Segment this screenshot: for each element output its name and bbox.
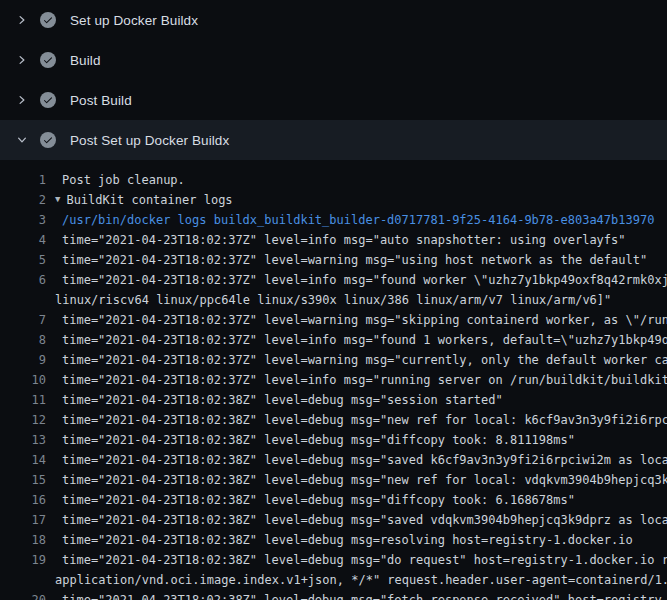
line-number[interactable]: 5 <box>0 250 46 270</box>
line-number[interactable]: 6 <box>0 270 46 290</box>
log-line: linux/riscv64 linux/ppc64le linux/s390x … <box>0 290 667 310</box>
log-text: time="2021-04-23T18:02:38Z" level=debug … <box>62 550 667 570</box>
step-label: Set up Docker Buildx <box>70 13 198 28</box>
log-line: 15time="2021-04-23T18:02:38Z" level=debu… <box>0 470 667 490</box>
chevron-right-icon <box>14 52 30 68</box>
log-line: 5time="2021-04-23T18:02:37Z" level=warni… <box>0 250 667 270</box>
line-number[interactable]: 13 <box>0 430 46 450</box>
step-header-post-build[interactable]: Post Build <box>0 80 667 120</box>
step-label: Post Build <box>70 93 132 108</box>
log-text: time="2021-04-23T18:02:37Z" level=info m… <box>62 230 626 250</box>
log-line: 10time="2021-04-23T18:02:37Z" level=info… <box>0 370 667 390</box>
log-line: 2▼BuildKit container logs <box>0 190 667 210</box>
log-text: linux/riscv64 linux/ppc64le linux/s390x … <box>55 290 611 310</box>
log-line: 19time="2021-04-23T18:02:38Z" level=debu… <box>0 550 667 570</box>
log-line: 4time="2021-04-23T18:02:37Z" level=info … <box>0 230 667 250</box>
step-list: Set up Docker Buildx Build Post Build <box>0 0 667 160</box>
line-number[interactable]: 16 <box>0 490 46 510</box>
chevron-right-icon <box>14 92 30 108</box>
line-number <box>0 290 46 310</box>
log-text: time="2021-04-23T18:02:38Z" level=debug … <box>62 490 575 510</box>
log-line: 14time="2021-04-23T18:02:38Z" level=debu… <box>0 450 667 470</box>
log-line: 7time="2021-04-23T18:02:37Z" level=warni… <box>0 310 667 330</box>
log-text: time="2021-04-23T18:02:38Z" level=debug … <box>62 390 503 410</box>
log-text: application/vnd.oci.image.index.v1+json,… <box>55 570 667 590</box>
chevron-down-icon <box>14 132 30 148</box>
log-line: 18time="2021-04-23T18:02:38Z" level=debu… <box>0 530 667 550</box>
log-line: 3/usr/bin/docker logs buildx_buildkit_bu… <box>0 210 667 230</box>
check-circle-icon <box>40 12 56 28</box>
log-text: time="2021-04-23T18:02:37Z" level=info m… <box>62 270 667 290</box>
log-line: 11time="2021-04-23T18:02:38Z" level=debu… <box>0 390 667 410</box>
line-number[interactable]: 9 <box>0 350 46 370</box>
line-number[interactable]: 7 <box>0 310 46 330</box>
log-area: 1Post job cleanup.2▼BuildKit container l… <box>0 160 667 600</box>
log-line: 12time="2021-04-23T18:02:38Z" level=debu… <box>0 410 667 430</box>
step-header-build[interactable]: Build <box>0 40 667 80</box>
step-header-set-up-docker-buildx[interactable]: Set up Docker Buildx <box>0 0 667 40</box>
log-text: time="2021-04-23T18:02:38Z" level=debug … <box>62 530 633 550</box>
group-expand-caret-icon[interactable]: ▼ <box>55 189 60 209</box>
line-number[interactable]: 12 <box>0 410 46 430</box>
chevron-right-icon <box>14 12 30 28</box>
log-line: 9time="2021-04-23T18:02:37Z" level=warni… <box>0 350 667 370</box>
line-number[interactable]: 3 <box>0 210 46 230</box>
check-circle-icon <box>40 52 56 68</box>
log-text: time="2021-04-23T18:02:37Z" level=info m… <box>62 330 667 350</box>
log-text: time="2021-04-23T18:02:37Z" level=warnin… <box>62 350 667 370</box>
log-text[interactable]: BuildKit container logs <box>66 190 232 210</box>
line-number[interactable]: 8 <box>0 330 46 350</box>
log-command-text: /usr/bin/docker logs buildx_buildkit_bui… <box>62 210 654 230</box>
check-circle-icon <box>40 92 56 108</box>
log-text: time="2021-04-23T18:02:38Z" level=debug … <box>62 410 667 430</box>
step-header-post-set-up-docker-buildx[interactable]: Post Set up Docker Buildx <box>0 120 667 160</box>
line-number[interactable]: 18 <box>0 530 46 550</box>
line-number[interactable]: 4 <box>0 230 46 250</box>
log-text: time="2021-04-23T18:02:38Z" level=debug … <box>62 450 667 470</box>
line-number[interactable]: 14 <box>0 450 46 470</box>
line-number <box>0 570 46 590</box>
log-text: time="2021-04-23T18:02:38Z" level=debug … <box>62 430 575 450</box>
line-number[interactable]: 2 <box>0 190 46 210</box>
line-number[interactable]: 17 <box>0 510 46 530</box>
line-number[interactable]: 1 <box>0 170 46 190</box>
log-text: time="2021-04-23T18:02:38Z" level=debug … <box>62 470 667 490</box>
log-text: time="2021-04-23T18:02:37Z" level=warnin… <box>62 250 647 270</box>
log-line: 17time="2021-04-23T18:02:38Z" level=debu… <box>0 510 667 530</box>
log-text: time="2021-04-23T18:02:38Z" level=debug … <box>62 590 667 600</box>
log-line: 8time="2021-04-23T18:02:37Z" level=info … <box>0 330 667 350</box>
line-number[interactable]: 15 <box>0 470 46 490</box>
step-label: Post Set up Docker Buildx <box>70 133 229 148</box>
log-text: time="2021-04-23T18:02:38Z" level=debug … <box>62 510 667 530</box>
log-line: 13time="2021-04-23T18:02:38Z" level=debu… <box>0 430 667 450</box>
check-circle-icon <box>40 132 56 148</box>
actions-log-viewer: Set up Docker Buildx Build Post Build <box>0 0 667 600</box>
line-number[interactable]: 19 <box>0 550 46 570</box>
step-label: Build <box>70 53 101 68</box>
log-line: 1Post job cleanup. <box>0 170 667 190</box>
log-line: application/vnd.oci.image.index.v1+json,… <box>0 570 667 590</box>
line-number[interactable]: 10 <box>0 370 46 390</box>
log-line: 16time="2021-04-23T18:02:38Z" level=debu… <box>0 490 667 510</box>
log-text: Post job cleanup. <box>62 170 185 190</box>
log-line: 6time="2021-04-23T18:02:37Z" level=info … <box>0 270 667 290</box>
log-line: 20time="2021-04-23T18:02:38Z" level=debu… <box>0 590 667 600</box>
log-text: time="2021-04-23T18:02:37Z" level=info m… <box>62 370 667 390</box>
line-number[interactable]: 11 <box>0 390 46 410</box>
line-number[interactable]: 20 <box>0 590 46 600</box>
log-text: time="2021-04-23T18:02:37Z" level=warnin… <box>62 310 667 330</box>
